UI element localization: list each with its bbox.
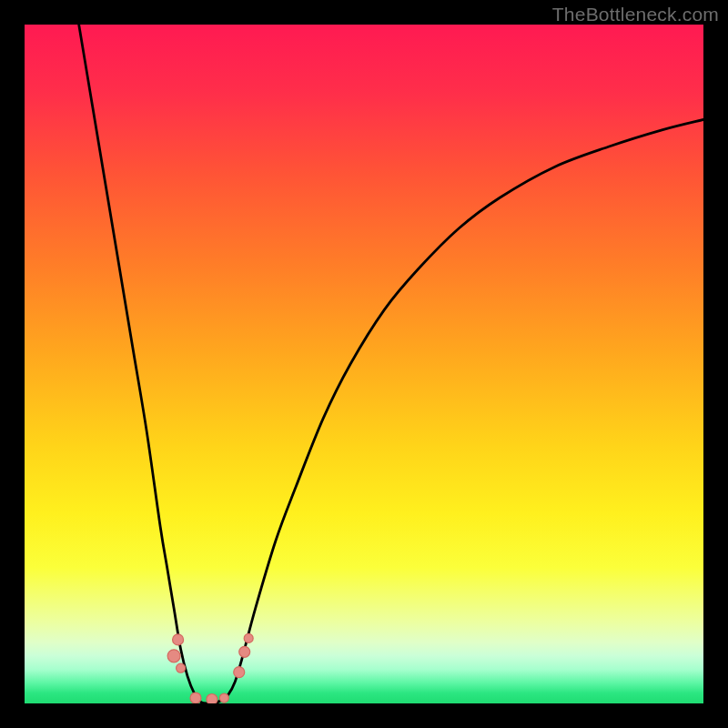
watermark-text: TheBottleneck.com <box>552 4 719 25</box>
plot-area <box>25 25 703 703</box>
chart-canvas <box>25 25 703 703</box>
chart-frame: TheBottleneck.com <box>0 0 728 728</box>
